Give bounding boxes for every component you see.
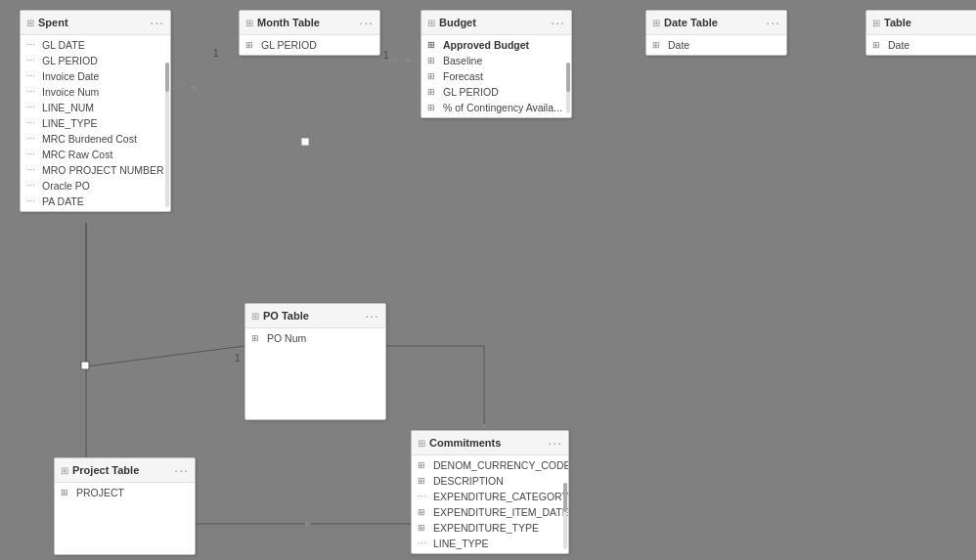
table-right-title: Table [884, 17, 911, 28]
svg-marker-14 [406, 58, 412, 64]
date-table: ⊞ Date Table ··· ⊞Date [645, 10, 787, 56]
field-icon: ⊞ [251, 333, 263, 343]
list-item: ⊞GL PERIOD [240, 37, 379, 53]
field-icon: ⋯ [26, 103, 38, 112]
field-icon: ⊞ [418, 476, 429, 486]
list-item: ⋯MRC Raw Cost [21, 147, 170, 162]
list-item: ⊞Approved Budget [421, 37, 571, 53]
list-item: ⊞EXPENDITURE_ITEM_DATE [412, 504, 568, 520]
field-icon: ⊞ [61, 488, 72, 497]
date-table-body: ⊞Date [646, 35, 786, 55]
list-item: ⊞Forecast [421, 68, 571, 84]
commitments-table-icon: ⊞ [418, 438, 425, 449]
date-table-header: ⊞ Date Table ··· [646, 11, 786, 35]
scrollbar[interactable] [563, 483, 567, 549]
list-item: ⊞PO Num [245, 330, 385, 346]
scrollbar[interactable] [566, 63, 570, 113]
commitments-table: ⊞ Commitments ··· ⊞DENOM_CURRENCY_CODE ⊞… [411, 430, 569, 554]
commitments-table-title: Commitments [429, 437, 501, 449]
po-table-body: ⊞PO Num [245, 328, 385, 348]
svg-text:1: 1 [383, 50, 389, 61]
field-icon: ⊞ [418, 507, 429, 517]
budget-table: ⊞ Budget ··· ⊞Approved Budget ⊞Baseline … [421, 10, 572, 118]
svg-line-4 [86, 346, 244, 366]
po-table-header: ⊞ PO Table ··· [245, 304, 385, 328]
list-item: ⋯Invoice Date [21, 68, 170, 84]
table-right-body: ⊞Date [866, 35, 976, 55]
field-icon: ⋯ [26, 40, 38, 50]
date-table-icon: ⊞ [652, 18, 660, 28]
po-table: ⊞ PO Table ··· ⊞PO Num [244, 303, 386, 420]
list-item: ⋯GL DATE [21, 37, 170, 53]
list-item: ⊞Baseline [421, 53, 571, 68]
svg-line-0 [171, 61, 239, 90]
list-item: ⊞EXPENDITURE_TYPE [412, 520, 568, 536]
month-table-menu[interactable]: ··· [359, 15, 374, 30]
project-table-header: ⊞ Project Table ··· [55, 458, 195, 483]
list-item: ⋯MRC Burdened Cost [21, 131, 170, 147]
table-right-header: ⊞ Table ··· [866, 11, 976, 35]
field-icon: ⋯ [418, 492, 429, 501]
budget-table-body: ⊞Approved Budget ⊞Baseline ⊞Forecast ⊞GL… [421, 35, 571, 117]
spent-table-title: Spent [38, 17, 68, 28]
list-item: ⋯PA DATE [21, 194, 170, 209]
list-item: ⊞Date [646, 37, 786, 53]
project-table: ⊞ Project Table ··· ⊞PROJECT [54, 457, 196, 555]
month-table-header: ⊞ Month Table ··· [240, 11, 379, 35]
list-item: ⊞PROJECT [55, 485, 195, 500]
list-item: ⊞DESCRIPTION [412, 473, 568, 489]
field-icon: ⊞ [872, 40, 884, 50]
spent-table: ⊞ Spent ··· ⋯GL DATE ⋯GL PERIOD ⋯Invoice… [20, 10, 171, 212]
field-icon: ⋯ [418, 538, 429, 548]
svg-rect-19 [301, 138, 309, 146]
budget-table-menu[interactable]: ··· [551, 15, 565, 30]
po-table-title: PO Table [263, 310, 309, 322]
list-item: ⋯EXPENDITURE_CATEGORY [412, 489, 568, 504]
field-icon: ⋯ [26, 165, 38, 175]
date-table-title: Date Table [664, 17, 718, 28]
field-icon: ⊞ [427, 56, 439, 65]
project-table-title: Project Table [72, 464, 139, 476]
list-item: ⋯Invoice Num [21, 84, 170, 100]
svg-text:1: 1 [213, 48, 219, 59]
svg-rect-15 [81, 362, 89, 369]
spent-table-menu[interactable]: ··· [150, 15, 164, 30]
month-table-icon: ⊞ [245, 18, 253, 28]
field-icon: ⋯ [26, 134, 38, 144]
month-table: ⊞ Month Table ··· ⊞GL PERIOD [239, 10, 380, 56]
commitments-table-menu[interactable]: ··· [548, 435, 562, 451]
budget-table-icon: ⊞ [427, 18, 435, 28]
month-table-body: ⊞GL PERIOD [240, 35, 379, 55]
spent-table-icon: ⊞ [26, 18, 34, 28]
svg-text:1: 1 [235, 353, 241, 364]
field-icon: ⋯ [26, 150, 38, 159]
list-item: ⊞% of Contingency Availa... [421, 100, 571, 115]
svg-marker-13 [192, 86, 198, 92]
spent-table-body: ⋯GL DATE ⋯GL PERIOD ⋯Invoice Date ⋯Invoi… [21, 35, 170, 211]
field-icon: ⋯ [26, 71, 38, 81]
field-icon: ⊞ [427, 40, 439, 50]
list-item: ⊞DENOM_CURRENCY_CODE [412, 457, 568, 473]
project-table-menu[interactable]: ··· [174, 462, 189, 478]
field-icon: ⋯ [26, 118, 38, 128]
svg-marker-17 [305, 521, 311, 527]
list-item: ⋯Oracle PO [21, 178, 170, 194]
project-table-body: ⊞PROJECT [55, 483, 195, 502]
po-table-menu[interactable]: ··· [365, 308, 379, 323]
date-table-menu[interactable]: ··· [766, 15, 780, 30]
field-icon: ⊞ [245, 40, 257, 50]
field-icon: ⋯ [26, 87, 38, 97]
budget-table-header: ⊞ Budget ··· [421, 11, 571, 35]
field-icon: ⊞ [427, 71, 439, 81]
scrollbar[interactable] [165, 63, 169, 207]
field-icon: ⊞ [418, 460, 429, 470]
budget-table-title: Budget [439, 17, 476, 28]
list-item: ⋯LINE_NUM [21, 100, 170, 115]
field-icon: ⋯ [26, 56, 38, 65]
field-icon: ⊞ [418, 523, 429, 533]
field-icon: ⋯ [26, 196, 38, 206]
field-icon: ⊞ [427, 87, 439, 97]
field-icon: ⊞ [652, 40, 664, 50]
table-right: ⊞ Table ··· ⊞Date [865, 10, 976, 56]
list-item: ⊞GL PERIOD [421, 84, 571, 100]
